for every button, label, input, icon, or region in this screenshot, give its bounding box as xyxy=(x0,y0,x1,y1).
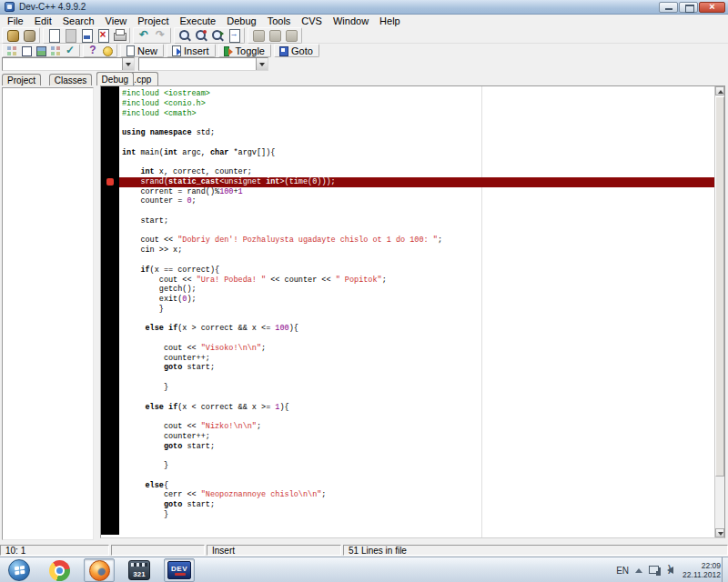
menu-project[interactable]: Project xyxy=(132,15,174,27)
code-line-18[interactable] xyxy=(119,256,714,266)
close-button[interactable] xyxy=(699,2,725,13)
code-line-29[interactable]: goto start; xyxy=(119,363,714,373)
menu-tools[interactable]: Tools xyxy=(262,15,297,27)
menu-debug[interactable]: Debug xyxy=(221,15,261,27)
code-line-40[interactable] xyxy=(119,471,714,481)
code-line-1[interactable]: #incloud <iostream> xyxy=(119,89,714,99)
undo-icon[interactable] xyxy=(136,28,151,43)
vertical-scrollbar[interactable] xyxy=(714,86,724,537)
panel-tab-debug[interactable]: Debug xyxy=(96,72,134,85)
maximize-button[interactable] xyxy=(679,2,698,13)
code-line-25[interactable]: else if(x > correct && x <= 100){ xyxy=(119,324,714,334)
project-options-icon[interactable] xyxy=(35,45,47,57)
code-line-20[interactable]: cout << "Ura! Pobeda! " << counter << " … xyxy=(119,276,714,286)
code-line-6[interactable] xyxy=(119,138,714,148)
compiler-select[interactable] xyxy=(2,57,135,71)
show-desktop-button[interactable] xyxy=(722,557,728,582)
breakpoint-icon[interactable] xyxy=(106,178,114,186)
code-area[interactable]: #incloud <iostream>#incloud <conio.h>#in… xyxy=(119,86,714,537)
media-player-classic-taskbar-button[interactable]: 321 xyxy=(124,558,155,582)
new-button[interactable]: New xyxy=(120,44,164,57)
help-icon[interactable] xyxy=(86,45,99,57)
code-line-8[interactable] xyxy=(119,157,714,167)
title-bar[interactable]: Dev-C++ 4.9.9.2 xyxy=(0,0,728,15)
open-project-icon[interactable] xyxy=(22,28,36,43)
profile-icon[interactable] xyxy=(49,45,62,57)
code-line-27[interactable]: cout << "Visoko!\n\n"; xyxy=(119,344,714,354)
menu-file[interactable]: File xyxy=(2,15,29,27)
project-browser-panel[interactable] xyxy=(2,87,94,540)
compile-run-icon[interactable] xyxy=(284,28,298,43)
minimize-button[interactable] xyxy=(659,2,678,13)
show-hidden-icons-icon[interactable] xyxy=(635,568,642,573)
code-line-3[interactable]: #incloud <cmath> xyxy=(119,109,714,119)
save-icon[interactable] xyxy=(79,28,94,43)
code-line-34[interactable] xyxy=(119,412,714,422)
menu-search[interactable]: Search xyxy=(57,15,100,27)
code-line-39[interactable]: } xyxy=(119,461,714,471)
new-project-icon[interactable] xyxy=(5,28,20,43)
new-icon[interactable] xyxy=(46,28,61,43)
code-line-13[interactable] xyxy=(119,206,714,216)
code-line-14[interactable]: start; xyxy=(119,216,714,226)
run-icon[interactable] xyxy=(268,28,282,43)
code-line-19[interactable]: if(x == correct){ xyxy=(119,266,714,276)
code-line-33[interactable]: else if(x < correct && x >= 1){ xyxy=(119,403,714,413)
close-icon[interactable] xyxy=(96,28,110,43)
code-line-26[interactable] xyxy=(119,334,714,344)
class-browser-select[interactable] xyxy=(138,57,268,71)
code-line-28[interactable]: counter++; xyxy=(119,354,714,364)
print-icon[interactable] xyxy=(112,28,126,43)
firefox-taskbar-button[interactable] xyxy=(84,558,115,582)
code-line-35[interactable]: cout << "Nizko!\n\n"; xyxy=(119,422,714,432)
code-line-42[interactable]: cerr << "Neopoznannoye chislo\n\n"; xyxy=(119,490,714,500)
scroll-up-icon[interactable] xyxy=(715,86,724,95)
insert-unit-icon[interactable] xyxy=(5,45,18,57)
code-line-16[interactable]: cout << "Dobriy den'! Pozhaluysta ugaday… xyxy=(119,236,714,246)
google-chrome-taskbar-button[interactable] xyxy=(44,558,75,582)
dev-cpp-taskbar-button[interactable]: DEV xyxy=(164,558,195,582)
replace-icon[interactable] xyxy=(194,28,208,43)
about-icon[interactable] xyxy=(101,45,114,57)
code-line-31[interactable]: } xyxy=(119,383,714,393)
code-line-12[interactable]: counter = 0; xyxy=(119,196,714,206)
code-line-21[interactable]: getch(); xyxy=(119,285,714,295)
menu-cvs[interactable]: CVS xyxy=(296,15,328,27)
find-next-icon[interactable] xyxy=(210,28,225,43)
goto-line-icon[interactable] xyxy=(227,28,241,43)
code-line-30[interactable] xyxy=(119,373,714,383)
chevron-down-icon[interactable] xyxy=(256,58,268,70)
code-line-7[interactable]: int main(int argc, char *argv[]){ xyxy=(119,148,714,158)
code-line-32[interactable] xyxy=(119,393,714,403)
check-syntax-icon[interactable] xyxy=(64,45,76,57)
code-line-9[interactable]: int x, correct, counter; xyxy=(119,167,714,177)
code-line-36[interactable]: counter++; xyxy=(119,432,714,442)
panel-tab-classes[interactable]: Classes xyxy=(49,74,93,85)
menu-execute[interactable]: Execute xyxy=(174,15,221,27)
code-line-17[interactable]: cin >> x; xyxy=(119,246,714,256)
new-window-icon[interactable] xyxy=(20,45,33,57)
code-line-10[interactable]: srand(static_cast<unsignet int>(time(0))… xyxy=(119,177,714,187)
scroll-down-icon[interactable] xyxy=(715,528,724,537)
code-line-4[interactable] xyxy=(119,118,714,128)
menu-help[interactable]: Help xyxy=(374,15,406,27)
code-line-23[interactable]: } xyxy=(119,305,714,315)
code-line-24[interactable] xyxy=(119,315,714,325)
menu-edit[interactable]: Edit xyxy=(29,15,57,27)
menu-window[interactable]: Window xyxy=(328,15,374,27)
open-icon[interactable] xyxy=(63,28,77,43)
goto-button[interactable]: Goto xyxy=(274,44,319,57)
code-line-22[interactable]: exit(0); xyxy=(119,295,714,305)
scrollbar-thumb[interactable] xyxy=(715,96,724,477)
code-line-44[interactable]: } xyxy=(119,510,714,520)
editor-gutter[interactable] xyxy=(101,86,119,535)
code-line-43[interactable]: goto start; xyxy=(119,500,714,510)
code-line-37[interactable]: goto start; xyxy=(119,442,714,452)
code-line-38[interactable] xyxy=(119,451,714,461)
code-line-2[interactable]: #incloud <conio.h> xyxy=(119,99,714,109)
volume-icon[interactable] xyxy=(667,567,673,574)
language-indicator[interactable]: EN xyxy=(616,566,629,576)
start-taskbar-button[interactable] xyxy=(4,558,35,582)
menu-view[interactable]: View xyxy=(100,15,133,27)
code-line-11[interactable]: corrent = rand()%100+1 xyxy=(119,187,714,197)
